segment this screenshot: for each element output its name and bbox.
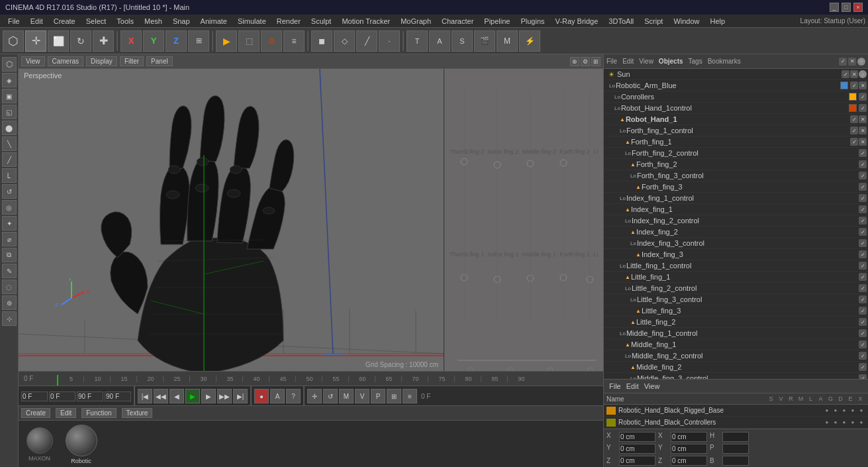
scene-btn[interactable]: 🎬 bbox=[474, 30, 495, 52]
menu-file[interactable]: File bbox=[3, 16, 25, 26]
scale-tool-button[interactable]: ⬜ bbox=[48, 30, 69, 52]
obj-row-mid2[interactable]: ▲ Middle_fing_2 ✓ bbox=[604, 362, 868, 373]
obj-header-objects[interactable]: Objects bbox=[659, 58, 683, 65]
obj-row-idx3[interactable]: ▲ Index_fing_3 ✓ bbox=[604, 249, 868, 260]
obj-row-idx2[interactable]: ▲ Index_fing_2 ✓ bbox=[604, 227, 868, 238]
menu-vray[interactable]: V-Ray Bridge bbox=[550, 16, 604, 26]
obj-row-forth2ctrl[interactable]: Lo Forth_fing_2_control ✓ bbox=[604, 148, 868, 159]
menu-window[interactable]: Window bbox=[668, 16, 704, 26]
menu-simulate[interactable]: Simulate bbox=[232, 16, 271, 26]
left-tool-7[interactable]: ╱ bbox=[2, 152, 17, 167]
obj-row-lit1ctrl[interactable]: Lo Little_fing_1_control ✓ bbox=[604, 260, 868, 272]
obj-x-icon[interactable]: ✕ bbox=[848, 58, 856, 66]
obj-row-lit2[interactable]: ▲ Little_fing_2 ✓ bbox=[604, 317, 868, 328]
vp-filter-btn[interactable]: Filter bbox=[120, 56, 144, 66]
object-tree[interactable]: ☀ Sun ✓ ✕ ○ Lo Robotic_Arm_Blue ✓ ✕ bbox=[604, 69, 868, 379]
scene-edit-btn[interactable]: Edit bbox=[626, 382, 639, 390]
motion4-btn[interactable]: ⊞ bbox=[387, 389, 401, 403]
scene-row-base[interactable]: Robotic_Hand_Black_Rigged_Base ● ● ● ● ● bbox=[604, 405, 868, 417]
vp-config-btn[interactable]: ⚙ bbox=[581, 57, 590, 66]
render-queue-button[interactable]: ≡ bbox=[283, 30, 305, 52]
coord-x2-input[interactable] bbox=[671, 432, 707, 442]
render-region-button[interactable]: ⬚ bbox=[238, 30, 260, 52]
y-axis-button[interactable]: Y bbox=[143, 30, 164, 52]
menu-tools[interactable]: Tools bbox=[111, 16, 139, 26]
menu-help[interactable]: Help bbox=[705, 16, 731, 26]
obj-row-lit3[interactable]: ▲ Little_fing_3 ✓ bbox=[604, 305, 868, 317]
obj-row-mid3ctrl[interactable]: Lo Middle_fing_3_control ✓ bbox=[604, 373, 868, 379]
menu-edit[interactable]: Edit bbox=[25, 16, 48, 26]
obj-row-lit3ctrl[interactable]: Lo Little_fing_3_control ✓ bbox=[604, 294, 868, 305]
next-key-button[interactable]: ▶ bbox=[201, 389, 216, 403]
left-tool-9[interactable]: ↺ bbox=[2, 184, 17, 199]
auto-key-button[interactable]: A bbox=[270, 389, 285, 403]
z-axis-button[interactable]: Z bbox=[166, 30, 187, 52]
menu-character[interactable]: Character bbox=[436, 16, 479, 26]
frame-start-input[interactable] bbox=[21, 391, 48, 401]
3d-viewport[interactable]: Perspective bbox=[19, 69, 444, 371]
next-frame-button[interactable]: ▶▶ bbox=[217, 389, 232, 403]
obj-check-icon[interactable]: ✓ bbox=[839, 58, 847, 66]
maxon-logo-btn[interactable]: M bbox=[497, 30, 518, 52]
menu-motion-tracker[interactable]: Motion Tracker bbox=[336, 16, 395, 26]
prev-frame-button[interactable]: ◀◀ bbox=[154, 389, 168, 403]
model-mode-button[interactable]: ⬡ bbox=[3, 30, 24, 52]
playhead[interactable] bbox=[57, 375, 58, 386]
material-item[interactable]: Robotic bbox=[63, 425, 99, 464]
coord-z-input[interactable] bbox=[619, 456, 655, 466]
obj-header-edit[interactable]: Edit bbox=[622, 58, 634, 65]
left-tool-12[interactable]: ⌀ bbox=[2, 232, 17, 246]
obj-row-forth1ctrl[interactable]: Lo Forth_fing_1_control ✓ ✕ bbox=[604, 125, 868, 136]
obj-row-hand1[interactable]: ▲ Robot_Hand_1 ✓ ✕ bbox=[604, 114, 868, 125]
coord-y2-input[interactable] bbox=[671, 444, 707, 454]
frame-end-input[interactable] bbox=[77, 391, 103, 401]
obj-row-lit1[interactable]: ▲ Little_fing_1 ✓ bbox=[604, 272, 868, 283]
obj-row-arm[interactable]: Lo Robotic_Arm_Blue ✓ ✕ bbox=[604, 80, 868, 91]
polygon-mode-btn[interactable]: ◇ bbox=[334, 30, 355, 52]
world-axis-button[interactable]: ⊞ bbox=[188, 30, 209, 52]
x-axis-button[interactable]: X bbox=[121, 30, 142, 52]
prev-key-button[interactable]: ◀ bbox=[169, 389, 184, 403]
rig-viewport[interactable]: Thumb fing 2 Index fing 2 Middle fing 2 … bbox=[444, 69, 603, 371]
timeline-ruler[interactable]: 0 F 5 10 15 20 25 30 35 40 45 50 55 60 bbox=[19, 372, 603, 386]
menu-create[interactable]: Create bbox=[48, 16, 81, 26]
maximize-button[interactable]: □ bbox=[842, 3, 851, 12]
menu-mesh[interactable]: Mesh bbox=[139, 16, 168, 26]
edge-mode-btn[interactable]: ╱ bbox=[356, 30, 377, 52]
obj-row-idx2ctrl[interactable]: Lo Index_fing_2_control ✓ bbox=[604, 215, 868, 227]
menu-3dtoall[interactable]: 3DToAll bbox=[603, 16, 639, 26]
left-tool-4[interactable]: ◱ bbox=[2, 105, 17, 119]
texture-btn[interactable]: T bbox=[407, 30, 428, 52]
menu-select[interactable]: Select bbox=[81, 16, 112, 26]
scene-file-btn[interactable]: File bbox=[609, 382, 621, 390]
go-start-button[interactable]: |◀ bbox=[138, 389, 152, 403]
obj-row-idx1[interactable]: ▲ Index_fing_1 ✓ bbox=[604, 204, 868, 215]
obj-row-forth3[interactable]: ▲ Forth_fing_3 ✓ bbox=[604, 182, 868, 193]
vp-panel-btn[interactable]: Panel bbox=[146, 56, 173, 66]
obj-row-forth3ctrl[interactable]: Lo Forth_fing_3_control ✓ bbox=[604, 170, 868, 182]
coord-y-input[interactable] bbox=[619, 444, 655, 454]
scene-row-ctrl[interactable]: Robotic_Hand_Black_Controllers ● ● ● ● ● bbox=[604, 417, 868, 429]
frame-preview-input[interactable] bbox=[105, 391, 131, 401]
left-tool-1[interactable]: ⬡ bbox=[2, 57, 17, 72]
motion5-btn[interactable]: ≡ bbox=[403, 389, 417, 403]
mat-texture-btn[interactable]: Texture bbox=[122, 408, 153, 418]
extra-btn[interactable]: ⚡ bbox=[519, 30, 540, 52]
render-button[interactable]: ▶ bbox=[216, 30, 237, 52]
obj-row-forth2[interactable]: ▲ Forth_fing_2 ✓ bbox=[604, 159, 868, 170]
frame-current-input[interactable] bbox=[49, 391, 75, 401]
left-tool-6[interactable]: ╲ bbox=[2, 136, 17, 151]
menu-pipeline[interactable]: Pipeline bbox=[479, 16, 515, 26]
move-tool-button[interactable]: ✛ bbox=[25, 30, 46, 52]
create-tool-button[interactable]: ✚ bbox=[93, 30, 114, 52]
obj-header-file[interactable]: File bbox=[606, 58, 617, 65]
obj-row-forth1[interactable]: ▲ Forth_fing_1 ✓ ✕ bbox=[604, 136, 868, 148]
go-end-button[interactable]: ▶| bbox=[233, 389, 248, 403]
left-tool-2[interactable]: ◈ bbox=[2, 73, 17, 87]
mat-create-btn[interactable]: Create bbox=[21, 408, 50, 418]
menu-animate[interactable]: Animate bbox=[195, 16, 232, 26]
left-tool-17[interactable]: ⊹ bbox=[2, 311, 17, 326]
left-tool-15[interactable]: ◌ bbox=[2, 280, 17, 294]
keyframe-help-button[interactable]: ? bbox=[286, 389, 301, 403]
motion3-btn[interactable]: P bbox=[371, 389, 385, 403]
